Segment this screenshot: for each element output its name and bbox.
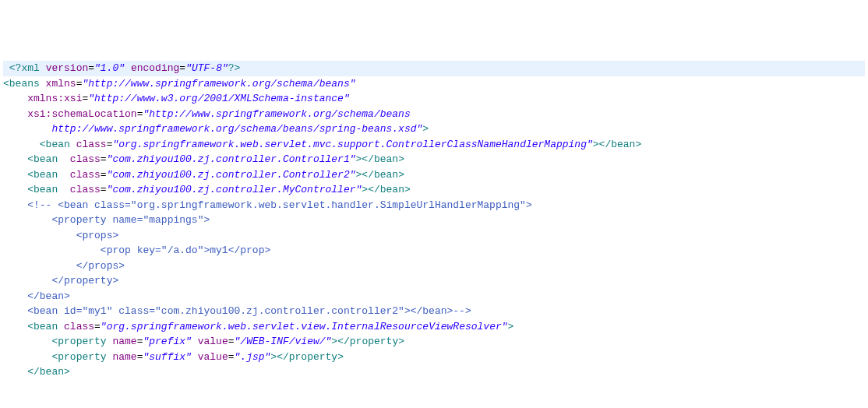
token-attr-val: "org.springframework.web.servlet.mvc.sup… — [112, 139, 592, 150]
code-line: <bean class="com.zhiyou100.zj.controller… — [3, 167, 865, 183]
token-tag: <property — [51, 336, 112, 347]
token-attr-eq: = — [88, 62, 94, 74]
token-attr-name: name — [112, 351, 136, 363]
code-line: http://www.springframework.org/schema/be… — [3, 121, 865, 137]
code-line: <beans xmlns="http://www.springframework… — [3, 76, 865, 92]
token-attr-eq: = — [94, 321, 101, 332]
token-tag: > — [362, 184, 368, 195]
token-tag: <bean — [27, 153, 70, 165]
token-comment: <property name="mappings"> — [51, 214, 210, 226]
code-line: <bean class="org.springframework.web.ser… — [3, 137, 865, 153]
code-editor[interactable]: <?xml version="1.0" encoding="UTF-8"?><b… — [0, 61, 868, 380]
token-attr-name: version — [46, 62, 89, 74]
token-attr-val: "1.0" — [94, 62, 125, 74]
code-line: xsi:schemaLocation="http://www.springfra… — [3, 107, 865, 122]
token-tag: <bean — [27, 321, 64, 332]
token-attr-val: "http://www.springframework.org/schema/b… — [143, 108, 410, 120]
token-tag: > — [508, 321, 514, 332]
code-line: </props> — [3, 259, 865, 274]
code-line: <bean id="my1" class="com.zhiyou100.zj.c… — [3, 304, 865, 319]
token-attr-val: "com.zhiyou100.zj.controller.Controller1… — [107, 153, 356, 165]
token-tag: <beans — [3, 78, 46, 90]
token-attr-name: class — [64, 321, 94, 332]
code-line: xmlns:xsi="http://www.w3.org/2001/XMLSch… — [3, 91, 865, 107]
token-tag — [192, 351, 198, 363]
code-line: <bean class="org.springframework.web.ser… — [3, 319, 865, 335]
token-tag: > — [270, 351, 277, 363]
code-line: </bean> — [3, 289, 865, 304]
code-line: <bean class="com.zhiyou100.zj.controller… — [3, 182, 865, 198]
token-attr-name: value — [198, 351, 228, 363]
code-line: <property name="mappings"> — [3, 213, 865, 228]
token-tag: > — [422, 123, 429, 135]
token-attr-name: class — [70, 169, 101, 181]
token-attr-val: "com.zhiyou100.zj.controller.MyControlle… — [107, 184, 362, 195]
token-tag — [125, 62, 131, 74]
token-attr-name: encoding — [131, 62, 179, 74]
code-line: <bean class="com.zhiyou100.zj.controller… — [3, 152, 865, 167]
token-tag: <property — [51, 351, 112, 363]
token-attr-name: class — [70, 153, 101, 165]
token-attr-eq: = — [228, 351, 235, 363]
code-line: <property name="suffix" value=".jsp"></p… — [3, 350, 865, 365]
token-attr-val: ".jsp" — [235, 351, 271, 363]
token-attr-val: "org.springframework.web.servlet.view.In… — [101, 321, 508, 332]
token-attr-eq: = — [101, 184, 107, 195]
token-attr-val: "http://www.springframework.org/schema/b… — [82, 78, 355, 90]
token-attr-eq: = — [179, 62, 185, 74]
token-attr-val: "http://www.w3.org/2001/XMLSchema-instan… — [88, 93, 349, 104]
token-pi: ?> — [228, 62, 241, 74]
token-attr-val: "suffix" — [143, 351, 191, 363]
token-comment: </property> — [51, 275, 118, 287]
token-tag: <bean — [40, 139, 76, 150]
token-comment: <props> — [76, 230, 119, 241]
token-attr-name: value — [198, 336, 228, 347]
token-attr-name: xmlns — [46, 78, 76, 90]
token-attr-val: "UTF-8" — [185, 62, 228, 74]
token-tag: xml — [21, 62, 45, 74]
code-line: </property> — [3, 273, 865, 289]
token-tag: </bean> — [362, 169, 404, 181]
token-attr-val: "com.zhiyou100.zj.controller.Controller2… — [107, 169, 356, 181]
token-attr-val: http://www.springframework.org/schema/be… — [51, 123, 422, 135]
token-tag: </bean> — [599, 139, 642, 150]
token-tag: </bean> — [368, 184, 411, 195]
token-attr-name: class — [76, 139, 107, 150]
token-attr-name: xsi:schemaLocation — [27, 108, 136, 120]
code-line: </bean> — [3, 364, 865, 380]
token-attr-eq: = — [228, 336, 235, 347]
token-comment: <prop key="/a.do">my1</prop> — [101, 244, 270, 256]
token-tag: </property> — [277, 351, 344, 363]
token-tag: > — [593, 139, 599, 150]
token-attr-val: "prefix" — [143, 336, 191, 347]
token-attr-eq: = — [101, 169, 107, 181]
code-line: <!-- <bean class="org.springframework.we… — [3, 198, 865, 213]
token-comment: <!-- <bean class="org.springframework.we… — [27, 199, 532, 211]
token-comment: </bean> — [27, 290, 70, 302]
code-line: <props> — [3, 228, 865, 244]
token-tag: <bean — [27, 169, 70, 181]
code-line: <?xml version="1.0" encoding="UTF-8"?> — [3, 61, 865, 76]
token-tag — [192, 336, 198, 347]
token-tag: <bean — [27, 184, 70, 195]
code-line: <property name="prefix" value="/WEB-INF/… — [3, 334, 865, 350]
token-comment: </props> — [76, 260, 125, 272]
token-pi: <? — [9, 62, 22, 74]
token-attr-eq: = — [101, 153, 107, 165]
token-tag: </bean> — [27, 366, 70, 378]
token-attr-val: "/WEB-INF/view/" — [235, 336, 332, 347]
token-comment: <bean id="my1" class="com.zhiyou100.zj.c… — [27, 305, 471, 317]
token-tag: </bean> — [362, 153, 404, 165]
token-tag: > — [331, 336, 337, 347]
token-tag: </property> — [337, 336, 404, 347]
token-attr-name: xmlns:xsi — [27, 93, 82, 104]
token-attr-name: class — [70, 184, 101, 195]
token-attr-name: name — [112, 336, 136, 347]
code-line: <prop key="/a.do">my1</prop> — [3, 243, 865, 259]
